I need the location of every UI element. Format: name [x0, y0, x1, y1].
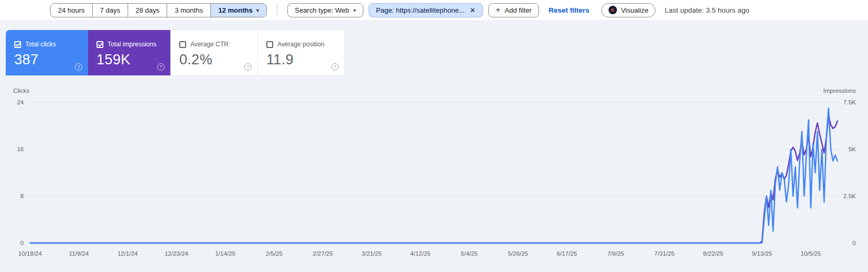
- x-axis-tick-label: 1/14/25: [215, 250, 235, 257]
- right-axis-tick-label: 5K: [848, 146, 856, 152]
- x-axis-tick-label: 10/5/25: [801, 250, 821, 257]
- x-axis-tick-label: 10/18/24: [18, 250, 42, 257]
- series-line-clicks[interactable]: [30, 108, 837, 243]
- x-axis-tick-label: 12/23/24: [165, 250, 188, 257]
- x-axis-tick-label: 2/27/25: [313, 250, 333, 257]
- right-axis-tick-label: 2.5K: [843, 193, 856, 199]
- x-axis-tick-label: 2/5/25: [266, 250, 283, 257]
- right-axis-tick-label: 0: [853, 240, 856, 246]
- left-axis-tick-label: 0: [21, 240, 24, 246]
- left-axis-tick-label: 8: [21, 193, 24, 199]
- x-axis-tick-label: 5/4/25: [461, 250, 478, 257]
- x-axis-tick-label: 6/17/25: [557, 250, 577, 257]
- x-axis-tick-label: 5/26/25: [508, 250, 528, 257]
- left-axis-tick-label: 16: [17, 146, 24, 152]
- left-axis-title: Clicks: [13, 88, 30, 94]
- x-axis-tick-label: 9/13/25: [752, 250, 772, 257]
- x-axis-tick-label: 7/9/25: [607, 250, 624, 257]
- series-line-impressions[interactable]: [30, 115, 837, 243]
- right-axis-title: Impressions: [823, 88, 856, 94]
- x-axis-tick-label: 7/31/25: [654, 250, 674, 257]
- x-axis-tick-label: 12/1/24: [118, 250, 138, 257]
- performance-line-chart[interactable]: 0082.5K165K247.5KClicksImpressions10/18/…: [0, 0, 868, 272]
- right-axis-tick-label: 7.5K: [843, 99, 856, 105]
- x-axis-tick-label: 3/21/25: [362, 250, 382, 257]
- x-axis-tick-label: 4/12/25: [410, 250, 430, 257]
- x-axis-tick-label: 8/22/25: [703, 250, 723, 257]
- x-axis-tick-label: 11/9/24: [69, 250, 89, 257]
- left-axis-tick-label: 24: [17, 99, 24, 105]
